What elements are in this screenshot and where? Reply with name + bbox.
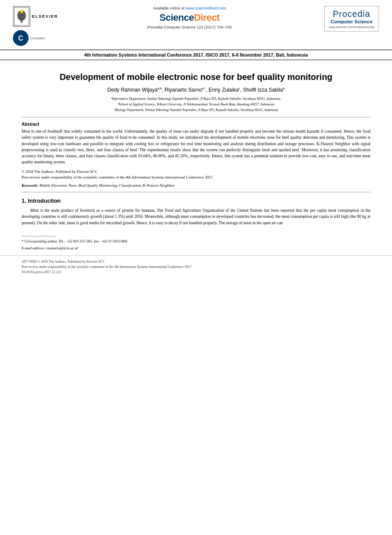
journal-name: Procedia Computer Science 124 (2017) 728…: [78, 25, 301, 29]
conference-banner: 4th Information Systems International Co…: [0, 50, 392, 60]
keywords-values: Mobile Electronic Nose; Beef Quality Mon…: [39, 183, 174, 188]
affiliations: ᵃInformatics Department, Institut Teknol…: [22, 96, 370, 113]
authors: Dedy Rahman Wijayaa,b, Riyanarto Sarnoa,…: [22, 87, 370, 93]
paper-title: Development of mobile electronic nose fo…: [22, 71, 370, 83]
procedia-subtitle: Computer Science: [329, 19, 374, 24]
introduction-paragraph: Meat is the main product of livestock as…: [22, 207, 370, 226]
abstract-label: Abstract: [22, 122, 370, 127]
footnote-divider: [22, 236, 56, 236]
svg-point-5: [21, 22, 22, 24]
elsevier-text: ELSEVIER: [32, 14, 58, 19]
sciencedirect-title: ScienceDirect: [78, 12, 301, 23]
footnote-corresponding: * Corresponding author. Tel.: +62 811-37…: [0, 239, 392, 244]
divider-after-abstract: [22, 192, 370, 192]
crossmark-logo: C CrossMark: [13, 30, 45, 46]
crossmark-text: CrossMark: [30, 37, 45, 40]
procedia-branding: Procedia Computer Science www.elsevier.c…: [310, 6, 379, 32]
keywords-label: Keywords:: [22, 183, 38, 188]
keywords: Keywords: Mobile Electronic Nose; Beef Q…: [22, 183, 370, 188]
footer-doi: 10.1016/j.procs.2017.12.211: [22, 270, 370, 275]
main-content: Development of mobile electronic nose fo…: [0, 60, 392, 232]
footer-issn: 1877-0509 © 2018 The Authors. Published …: [22, 259, 370, 264]
elsevier-icon: [13, 6, 30, 27]
affiliation-c: ᶜBiology Department, Institut Teknologi …: [22, 108, 370, 113]
crossmark-icon: C: [13, 30, 29, 46]
sciencedirect-url-link[interactable]: www.sciencedirect.com: [185, 6, 226, 10]
procedia-url: www.elsevier.com/locate/procedia: [329, 25, 374, 29]
affiliation-b: ᵇSchool of Applied Science, Telkom Unive…: [22, 102, 370, 107]
procedia-title: Procedia: [329, 9, 374, 19]
affiliation-a: ᵃInformatics Department, Institut Teknol…: [22, 96, 370, 102]
publisher-logos: ELSEVIER C CrossMark: [13, 6, 69, 46]
svg-text:C: C: [18, 35, 23, 42]
footer-peer-review: Peer-review under responsibility of the …: [22, 264, 370, 270]
introduction-heading: 1. Introduction: [22, 197, 370, 204]
procedia-box: Procedia Computer Science www.elsevier.c…: [324, 6, 379, 32]
footnote-email: E-mail address: riyanarto@if.its.ac.id: [0, 245, 392, 251]
copyright-text: © 2018 The Authors. Published by Elsevie…: [22, 169, 370, 181]
page: ELSEVIER C CrossMark Available online at: [0, 0, 392, 535]
header: ELSEVIER C CrossMark Available online at: [0, 0, 392, 50]
page-footer: 1877-0509 © 2018 The Authors. Published …: [0, 255, 392, 278]
elsevier-logo: ELSEVIER: [13, 6, 58, 27]
sciencedirect-branding: Available online at www.sciencedirect.co…: [69, 6, 310, 29]
divider-after-affiliations: [22, 117, 370, 118]
available-online-text: Available online at www.sciencedirect.co…: [78, 6, 301, 10]
abstract-text: Meat is one of foodstuff that widely con…: [22, 128, 370, 166]
